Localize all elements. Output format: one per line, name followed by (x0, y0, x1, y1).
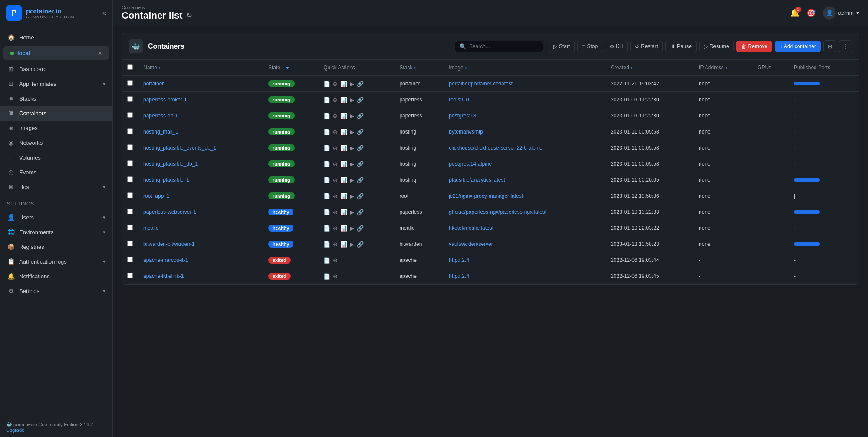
row-checkbox[interactable] (127, 80, 133, 86)
row-checkbox[interactable] (127, 209, 133, 214)
qa-logs-icon[interactable]: 📄 (323, 193, 330, 199)
sidebar-item-host[interactable]: 🖥 Host ▾ (0, 179, 112, 194)
row-checkbox[interactable] (127, 160, 133, 166)
image-link[interactable]: clickhouse/clickhouse-server:22.6-alpine (449, 145, 542, 151)
qa-stats-icon[interactable]: 📊 (340, 145, 347, 151)
image-link[interactable]: redis:6.0 (449, 97, 469, 103)
sidebar-item-networks[interactable]: ◉ Networks (0, 135, 112, 150)
sidebar-item-app-templates[interactable]: ⊡ App Templates ▾ (0, 76, 112, 91)
row-checkbox[interactable] (127, 144, 133, 150)
sidebar-item-home[interactable]: 🏠 Home (0, 30, 112, 45)
qa-logs-icon[interactable]: 📄 (323, 241, 330, 248)
qa-logs-icon[interactable]: 📄 (323, 97, 330, 103)
row-checkbox[interactable] (127, 241, 133, 246)
qa-exec-icon[interactable]: ▶ (350, 81, 354, 87)
qa-logs-icon[interactable]: 📄 (323, 209, 330, 215)
qa-exec-icon[interactable]: ▶ (350, 177, 354, 183)
image-link[interactable]: plausible/analytics:latest (449, 177, 505, 183)
qa-inspect-icon[interactable]: ⊕ (333, 241, 338, 248)
qa-logs-icon[interactable]: 📄 (323, 145, 330, 151)
qa-attach-icon[interactable]: 🔗 (357, 209, 364, 215)
qa-attach-icon[interactable]: 🔗 (357, 225, 364, 232)
image-link[interactable]: httpd:2.4 (449, 257, 469, 263)
qa-attach-icon[interactable]: 🔗 (357, 193, 364, 199)
qa-inspect-icon[interactable]: ⊕ (333, 97, 338, 103)
qa-logs-icon[interactable]: 📄 (323, 161, 330, 167)
select-all-checkbox[interactable] (127, 64, 133, 70)
sidebar-item-stacks[interactable]: ≡ Stacks (0, 91, 112, 106)
kill-button[interactable]: ⊗ Kill (605, 41, 628, 52)
sidebar-item-users[interactable]: 👤 Users ▾ (0, 210, 112, 225)
container-name-link[interactable]: portainer (143, 81, 164, 87)
stop-button[interactable]: □ Stop (577, 41, 602, 52)
state-filter-icon[interactable]: ▼ (286, 65, 290, 70)
qa-stats-icon[interactable]: 📊 (340, 97, 347, 103)
container-name-link[interactable]: hosting_plausible_1 (143, 177, 189, 183)
qa-attach-icon[interactable]: 🔗 (357, 145, 364, 151)
qa-stats-icon[interactable]: 📊 (340, 193, 347, 199)
state-sort-icon[interactable]: ↕ (282, 65, 284, 70)
refresh-icon[interactable]: ↻ (186, 11, 192, 20)
image-link[interactable]: portainer/portainer-ce:latest (449, 81, 513, 87)
sidebar-item-events[interactable]: ◷ Events (0, 165, 112, 179)
row-checkbox[interactable] (127, 192, 133, 198)
qa-logs-icon[interactable]: 📄 (323, 257, 330, 264)
container-name-link[interactable]: apache-marcos-it-1 (143, 257, 188, 263)
image-link[interactable]: httpd:2.4 (449, 273, 469, 279)
container-name-link[interactable]: bitwarden-bitwarden-1 (143, 241, 195, 247)
sidebar-item-containers[interactable]: ▣ Containers (0, 106, 112, 121)
image-link[interactable]: jc21/nginx-proxy-manager:latest (449, 193, 523, 199)
add-container-button[interactable]: + Add container (775, 41, 821, 52)
sidebar-item-settings[interactable]: ⚙ Settings ▾ (0, 284, 112, 298)
row-checkbox[interactable] (127, 176, 133, 182)
qa-inspect-icon[interactable]: ⊕ (333, 113, 338, 119)
image-link[interactable]: ghcr.io/paperless-ngx/paperless-ngx:late… (449, 209, 546, 215)
qa-attach-icon[interactable]: 🔗 (357, 129, 364, 135)
qa-inspect-icon[interactable]: ⊕ (333, 225, 338, 232)
qa-logs-icon[interactable]: 📄 (323, 113, 330, 119)
qa-exec-icon[interactable]: ▶ (350, 145, 354, 151)
more-options-button[interactable]: ⋮ (839, 40, 852, 52)
qa-exec-icon[interactable]: ▶ (350, 129, 354, 135)
image-link[interactable]: hkotel/mealie:latest (449, 225, 493, 231)
row-checkbox[interactable] (127, 273, 133, 278)
container-name-link[interactable]: mealie (143, 225, 158, 231)
container-name-link[interactable]: hosting_mail_1 (143, 129, 178, 135)
qa-inspect-icon[interactable]: ⊕ (333, 257, 338, 264)
qa-exec-icon[interactable]: ▶ (350, 161, 354, 167)
pause-button[interactable]: ⏸ Pause (665, 41, 697, 52)
admin-menu-button[interactable]: 👤 admin ▾ (823, 7, 859, 20)
row-checkbox[interactable] (127, 112, 133, 118)
qa-exec-icon[interactable]: ▶ (350, 209, 354, 215)
qa-stats-icon[interactable]: 📊 (340, 161, 347, 167)
sidebar-item-images[interactable]: ◈ Images (0, 121, 112, 135)
notifications-bell-icon[interactable]: 🔔 1 (790, 8, 799, 18)
qa-attach-icon[interactable]: 🔗 (357, 97, 364, 103)
container-name-link[interactable]: paperless-db-1 (143, 113, 178, 119)
qa-attach-icon[interactable]: 🔗 (357, 241, 364, 248)
upgrade-link[interactable]: Upgrade (6, 427, 24, 433)
sidebar-item-volumes[interactable]: ◫ Volumes (0, 150, 112, 165)
image-sort-icon[interactable]: ↕ (465, 65, 467, 70)
qa-stats-icon[interactable]: 📊 (340, 81, 347, 87)
row-checkbox[interactable] (127, 257, 133, 262)
remove-button[interactable]: 🗑 Remove (736, 41, 773, 52)
qa-inspect-icon[interactable]: ⊕ (333, 209, 338, 215)
name-sort-icon[interactable]: ↕ (158, 65, 161, 70)
qa-logs-icon[interactable]: 📄 (323, 273, 330, 280)
qa-stats-icon[interactable]: 📊 (340, 225, 347, 232)
qa-inspect-icon[interactable]: ⊕ (333, 129, 338, 135)
container-name-link[interactable]: root_app_1 (143, 193, 170, 199)
sidebar-item-notifications[interactable]: 🔔 Notifications (0, 269, 112, 284)
qa-inspect-icon[interactable]: ⊕ (333, 177, 338, 183)
sidebar-item-dashboard[interactable]: ⊞ Dashboard (0, 62, 112, 76)
qa-stats-icon[interactable]: 📊 (340, 209, 347, 215)
stack-sort-icon[interactable]: ↕ (414, 65, 416, 70)
qa-stats-icon[interactable]: 📊 (340, 177, 347, 183)
start-button[interactable]: ▷ Start (549, 41, 575, 52)
qa-logs-icon[interactable]: 📄 (323, 177, 330, 183)
row-checkbox[interactable] (127, 96, 133, 102)
qa-inspect-icon[interactable]: ⊕ (333, 145, 338, 151)
qa-stats-icon[interactable]: 📊 (340, 113, 347, 119)
qa-logs-icon[interactable]: 📄 (323, 129, 330, 135)
